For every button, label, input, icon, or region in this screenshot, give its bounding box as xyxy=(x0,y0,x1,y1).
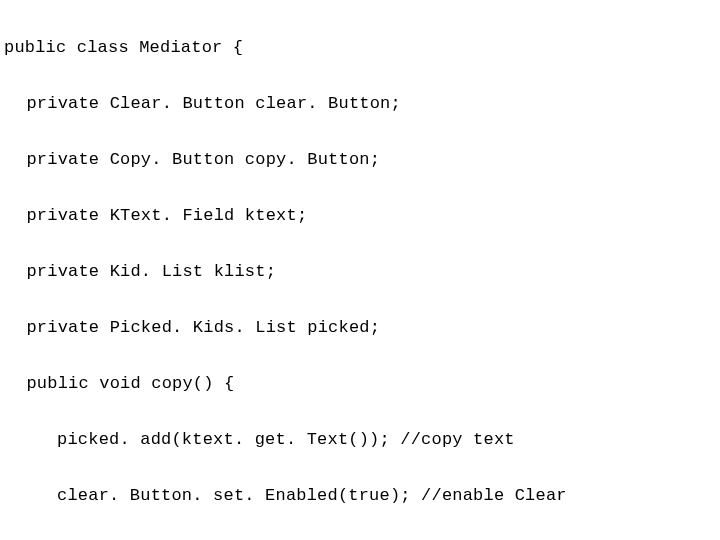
code-line: public void copy() { xyxy=(4,370,716,398)
code-line: clear. Button. set. Enabled(true); //ena… xyxy=(4,482,716,510)
code-snippet: public class Mediator { private Clear. B… xyxy=(0,0,720,540)
code-line: private Copy. Button copy. Button; xyxy=(4,146,716,174)
code-line: public class Mediator { xyxy=(4,34,716,62)
code-line: picked. add(ktext. get. Text()); //copy … xyxy=(4,426,716,454)
code-line: private Clear. Button clear. Button; xyxy=(4,90,716,118)
code-line: private Kid. List klist; xyxy=(4,258,716,286)
code-line: private Picked. Kids. List picked; xyxy=(4,314,716,342)
code-line: private KText. Field ktext; xyxy=(4,202,716,230)
